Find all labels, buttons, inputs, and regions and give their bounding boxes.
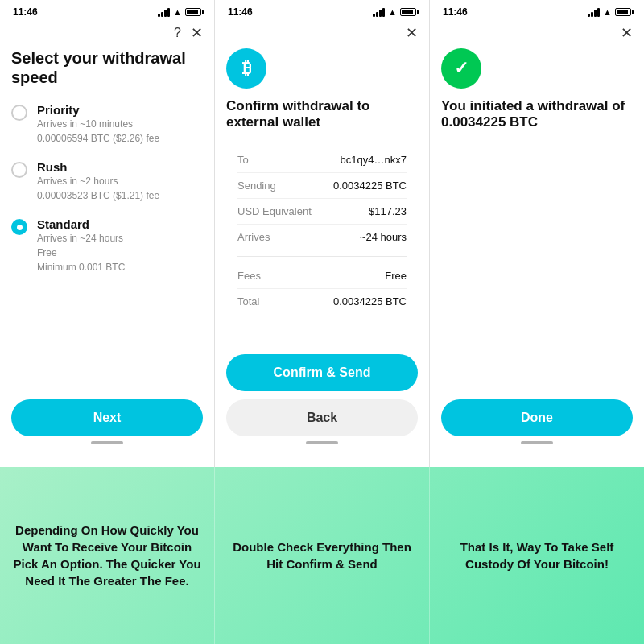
sub2-rush: 0.00003523 BTC ($1.21) fee [37,188,159,203]
done-button[interactable]: Done [441,399,633,436]
row-fees: Fees Free [237,263,407,289]
value-usd: $117.23 [369,205,407,217]
caption-text-2: Double Check Everything Then Hit Confirm… [226,539,418,572]
option-standard-text: Standard Arrives in ~24 hours Free Minim… [37,217,125,275]
signal-icon-3 [588,8,600,17]
bitcoin-icon: ₿ [226,48,266,89]
captions-row: Depending On How Quickly You Want To Rec… [0,467,644,644]
close-button-3[interactable]: ✕ [621,24,633,42]
value-arrives: ~24 hours [360,231,407,243]
screen-1: 11:46 ▲ ? ✕ Select your withdrawal speed… [0,0,215,467]
next-button[interactable]: Next [11,399,203,436]
label-rush: Rush [37,160,159,174]
time-3: 11:46 [443,6,468,18]
value-fees: Free [385,270,407,282]
caption-2: Double Check Everything Then Hit Confirm… [215,467,430,644]
battery-icon-2 [400,8,416,16]
screen-header-3: ✕ [430,21,644,48]
caption-text-1: Depending On How Quickly You Want To Rec… [11,522,203,589]
screen-content-1: Select your withdrawal speed Priority Ar… [0,48,214,391]
value-total: 0.0034225 BTC [333,295,407,308]
close-button-2[interactable]: ✕ [406,24,418,42]
label-priority: Priority [37,103,159,117]
sub1-standard: Arrives in ~24 hours [37,231,125,246]
label-sending: Sending [237,180,276,192]
option-standard[interactable]: Standard Arrives in ~24 hours Free Minim… [11,217,203,275]
status-bar-3: 11:46 ▲ [430,0,644,21]
sub2-standard: Free [37,246,125,260]
battery-icon-3 [615,8,631,16]
value-to: bc1qy4…nkx7 [341,154,407,166]
home-indicator-2 [306,441,338,444]
radio-priority[interactable] [11,105,27,121]
screen-content-3: You initiated a withdrawal of 0.0034225 … [430,98,644,391]
close-button-1[interactable]: ✕ [191,24,203,42]
screen-3: 11:46 ▲ ✕ ✓ You initiated a withdrawal o… [430,0,644,467]
value-sending: 0.0034225 BTC [333,180,407,192]
help-icon[interactable]: ? [174,26,181,40]
status-icons-1: ▲ [158,7,201,17]
status-bar-1: 11:46 ▲ [0,0,214,21]
label-total: Total [237,295,259,308]
screen-header-2: ✕ [215,21,429,48]
label-arrives: Arrives [237,231,270,243]
wifi-icon-2: ▲ [388,7,397,17]
row-total: Total 0.0034225 BTC [237,289,407,314]
sub3-standard: Minimum 0.001 BTC [37,260,125,275]
label-to: To [237,154,249,166]
back-button[interactable]: Back [226,399,418,436]
home-indicator-3 [521,441,553,444]
status-icons-2: ▲ [373,7,416,17]
confirm-send-button[interactable]: Confirm & Send [226,354,418,391]
signal-icon-2 [373,8,385,17]
fee-details: Fees Free Total 0.0034225 BTC [237,263,407,314]
option-priority-text: Priority Arrives in ~10 minutes 0.000065… [37,103,159,146]
label-usd: USD Equivalent [237,205,312,217]
screen-header-1: ? ✕ [0,21,214,48]
radio-standard[interactable] [11,219,27,235]
confirm-details: To bc1qy4…nkx7 Sending 0.0034225 BTC USD… [237,147,407,250]
status-icons-3: ▲ [588,7,631,17]
wifi-icon-3: ▲ [603,7,612,17]
sub1-priority: Arrives in ~10 minutes [37,117,159,131]
home-indicator-1 [91,441,123,444]
option-rush[interactable]: Rush Arrives in ~2 hours 0.00003523 BTC … [11,160,203,203]
divider [237,256,407,257]
radio-rush[interactable] [11,162,27,178]
screen-footer-2: Confirm & Send Back [215,346,429,467]
row-sending: Sending 0.0034225 BTC [237,173,407,199]
time-2: 11:46 [228,6,253,18]
sub2-priority: 0.00006594 BTC ($2.26) fee [37,131,159,146]
battery-icon [185,8,201,16]
caption-text-3: That Is It, Way To Take Self Custody Of … [441,539,633,572]
row-usd: USD Equivalent $117.23 [237,199,407,225]
wifi-icon: ▲ [173,7,182,17]
signal-icon [158,8,170,17]
row-to: To bc1qy4…nkx7 [237,147,407,173]
label-fees: Fees [237,270,261,282]
screen-footer-1: Next [0,391,214,467]
success-icon: ✓ [441,48,481,89]
caption-1: Depending On How Quickly You Want To Rec… [0,467,215,644]
screen-footer-3: Done [430,391,644,467]
screen-title-3: You initiated a withdrawal of 0.0034225 … [441,98,633,131]
screen-title-2: Confirm withdrawal to external wallet [226,98,418,131]
row-arrives: Arrives ~24 hours [237,225,407,250]
label-standard: Standard [37,217,125,231]
option-priority[interactable]: Priority Arrives in ~10 minutes 0.000065… [11,103,203,146]
screen-title-1: Select your withdrawal speed [11,48,203,87]
screen-content-2: Confirm withdrawal to external wallet To… [215,98,429,346]
status-bar-2: 11:46 ▲ [215,0,429,21]
option-rush-text: Rush Arrives in ~2 hours 0.00003523 BTC … [37,160,159,203]
caption-3: That Is It, Way To Take Self Custody Of … [430,467,644,644]
time-1: 11:46 [13,6,38,18]
sub1-rush: Arrives in ~2 hours [37,174,159,188]
screen-2: 11:46 ▲ ✕ ₿ Confirm withdrawal to extern… [215,0,430,467]
